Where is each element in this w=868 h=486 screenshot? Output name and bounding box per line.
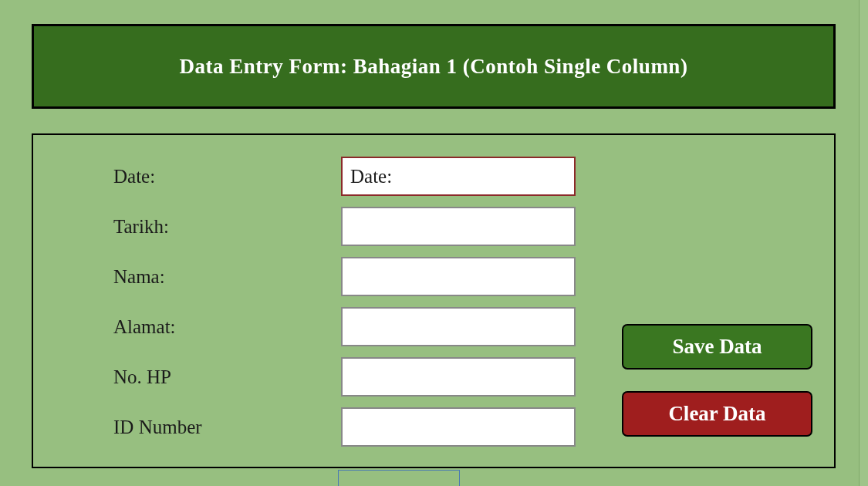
input-tarikh[interactable] [341, 207, 576, 246]
label-nohp: No. HP [113, 366, 341, 388]
input-idnumber[interactable] [341, 407, 576, 447]
label-nama: Nama: [113, 266, 341, 288]
input-date[interactable] [341, 157, 576, 196]
input-nama[interactable] [341, 257, 576, 296]
form-body-panel: Date: Tarikh: Nama: Alamat: No. HP ID Nu… [32, 133, 836, 468]
label-date: Date: [113, 166, 341, 187]
form-title: Data Entry Form: Bahagian 1 (Contoh Sing… [180, 55, 688, 79]
save-button[interactable]: Save Data [622, 324, 812, 370]
form-header-panel: Data Entry Form: Bahagian 1 (Contoh Sing… [32, 24, 836, 109]
input-nohp[interactable] [341, 357, 576, 397]
window-right-edge [859, 0, 868, 486]
row-nohp: No. HP [113, 357, 576, 397]
label-idnumber: ID Number [113, 417, 341, 438]
row-date: Date: [113, 157, 576, 196]
label-tarikh: Tarikh: [113, 216, 341, 238]
row-tarikh: Tarikh: [113, 207, 576, 246]
row-idnumber: ID Number [113, 407, 576, 447]
label-alamat: Alamat: [113, 316, 341, 338]
selected-cell-outline [338, 470, 460, 486]
row-alamat: Alamat: [113, 307, 576, 346]
row-nama: Nama: [113, 257, 576, 296]
clear-button[interactable]: Clear Data [622, 391, 812, 437]
input-alamat[interactable] [341, 307, 576, 346]
